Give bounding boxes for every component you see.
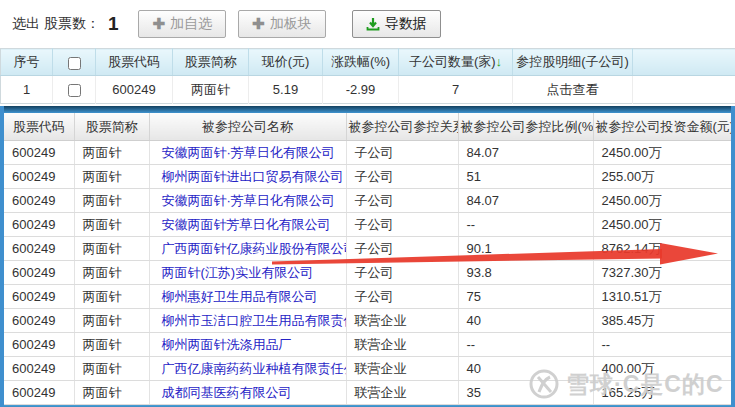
company-name-link[interactable]: 安徽两面针·芳草日化有限公司 [149,189,346,213]
add-sector-label: 加板块 [270,15,312,33]
detail-cell: 2450.00万 [593,213,731,237]
header-stock-code[interactable]: 股票代码 [96,49,173,76]
detail-cell: 两面针 [74,261,149,285]
detail-cell: 385.45万 [593,309,731,333]
detail-header-cell: 股票简称 [74,113,149,141]
company-name-link[interactable]: 柳州两面针进出口贸易有限公司 [149,165,346,189]
detail-header-cell: 被参控公司参控比例(%) [458,113,593,141]
sort-desc-icon: ↓ [496,54,503,69]
detail-cell: -- [593,333,731,357]
detail-cell: 75 [458,285,593,309]
detail-cell: 600249 [4,141,74,165]
company-name-link[interactable]: 安徽两面针·芳草日化有限公司 [149,141,346,165]
export-data-label: 导数据 [385,15,427,33]
toolbar: 选出 股票数： 1 ✚ 加自选 ✚ 加板块 导数据 [0,0,735,48]
detail-cell: 子公司 [346,165,458,189]
detail-cell: 600249 [4,165,74,189]
detail-cell: 600249 [4,285,74,309]
holdings-detail-panel: 股票代码股票简称被参控公司名称被参控公司参控关系被参控公司参控比例(%)被参控公… [0,106,735,407]
cell-subsidiary-count: 7 [399,76,513,104]
detail-cell: -- [458,333,593,357]
detail-cell: 8762.14万 [593,237,731,261]
detail-cell: 93.8 [458,261,593,285]
stock-name-link[interactable]: 两面针 [173,76,249,104]
detail-cell: 84.07 [458,189,593,213]
detail-row: 600249两面针安徽两面针·芳草日化有限公司子公司84.072450.00万 [4,141,731,165]
detail-cell: 两面针 [74,237,149,261]
detail-cell: 40 [458,309,593,333]
download-icon [366,17,380,31]
plus-icon: ✚ [152,15,165,33]
company-name-link[interactable]: 广西两面针亿康药业股份有限公司 [149,237,346,261]
detail-cell: -- [458,213,593,237]
stock-row: 1 600249 两面针 5.19 -2.99 7 点击查看 [1,76,735,104]
detail-cell: 600249 [4,309,74,333]
detail-cell: 255.00万 [593,165,731,189]
detail-row: 600249两面针两面针(江苏)实业有限公司子公司93.87327.30万 [4,261,731,285]
detail-cell: 600249 [4,189,74,213]
detail-cell: 90.1 [458,237,593,261]
detail-row: 600249两面针成都同基医药有限公司联营企业35165.25万 [4,381,731,405]
holdings-detail-table: 股票代码股票简称被参控公司名称被参控公司参控关系被参控公司参控比例(%)被参控公… [4,113,731,405]
header-price[interactable]: 现价(元) [249,49,323,76]
cell-empty [633,76,735,104]
header-select-all [53,49,96,76]
header-empty [633,49,735,76]
header-subsidiary-count[interactable]: 子公司数量(家)↓ [399,49,513,76]
detail-cell: 两面针 [74,309,149,333]
detail-cell: 子公司 [346,141,458,165]
cell-select [53,76,96,104]
detail-cell: 84.07 [458,141,593,165]
detail-cell: 51 [458,165,593,189]
view-detail-link[interactable]: 点击查看 [513,76,633,104]
detail-cell: 600249 [4,237,74,261]
company-name-link[interactable]: 柳州惠好卫生用品有限公司 [149,285,346,309]
detail-cell: 1310.51万 [593,285,731,309]
cell-stock-code: 600249 [96,76,173,104]
header-seq[interactable]: 序号 [1,49,53,76]
export-data-button[interactable]: 导数据 [352,10,441,38]
detail-cell: 40 [458,357,593,381]
detail-row: 600249两面针柳州惠好卫生用品有限公司子公司751310.51万 [4,285,731,309]
detail-cell: 两面针 [74,285,149,309]
add-watchlist-button[interactable]: ✚ 加自选 [138,10,226,38]
detail-cell: 联营企业 [346,381,458,405]
detail-row: 600249两面针广西两面针亿康药业股份有限公司子公司90.18762.14万 [4,237,731,261]
panel-top-border [4,106,731,113]
cell-price: 5.19 [249,76,323,104]
detail-header-cell: 被参控公司参控关系 [346,113,458,141]
detail-header-cell: 被参控公司名称 [149,113,346,141]
company-name-link[interactable]: 柳州市玉洁口腔卫生用品有限责任公司 [149,309,346,333]
detail-cell: 子公司 [346,189,458,213]
cell-change-pct: -2.99 [323,76,399,104]
detail-cell: 联营企业 [346,309,458,333]
header-change-pct[interactable]: 涨跌幅(%) [323,49,399,76]
company-name-link[interactable]: 安徽两面针芳草日化有限公司 [149,213,346,237]
detail-header-cell: 被参控公司投资金额(元) [593,113,731,141]
detail-cell: 两面针 [74,165,149,189]
company-name-link[interactable]: 成都同基医药有限公司 [149,381,346,405]
detail-cell: 两面针 [74,381,149,405]
header-stock-name[interactable]: 股票简称 [173,49,249,76]
row-checkbox[interactable] [68,84,81,97]
detail-cell: 两面针 [74,141,149,165]
plus-icon: ✚ [252,15,265,33]
detail-row: 600249两面针柳州两面针洗涤用品厂联营企业---- [4,333,731,357]
select-all-checkbox[interactable] [68,57,81,70]
detail-cell: 7327.30万 [593,261,731,285]
company-name-link[interactable]: 柳州两面针洗涤用品厂 [149,333,346,357]
company-name-link[interactable]: 两面针(江苏)实业有限公司 [149,261,346,285]
add-sector-button[interactable]: ✚ 加板块 [238,10,326,38]
detail-cell: 联营企业 [346,357,458,381]
detail-cell: 600249 [4,261,74,285]
header-holding-detail[interactable]: 参控股明细(子公司) [513,49,633,76]
detail-cell: 600249 [4,333,74,357]
detail-cell: 400.00万 [593,357,731,381]
subsidiary-count-label: 子公司数量(家) [409,54,496,69]
detail-cell: 子公司 [346,237,458,261]
detail-cell: 600249 [4,381,74,405]
company-name-link[interactable]: 广西亿康南药药业种植有限责任公司 [149,357,346,381]
detail-row: 600249两面针安徽两面针芳草日化有限公司子公司--2450.00万 [4,213,731,237]
detail-cell: 子公司 [346,285,458,309]
detail-row: 600249两面针安徽两面针·芳草日化有限公司子公司84.072450.00万 [4,189,731,213]
